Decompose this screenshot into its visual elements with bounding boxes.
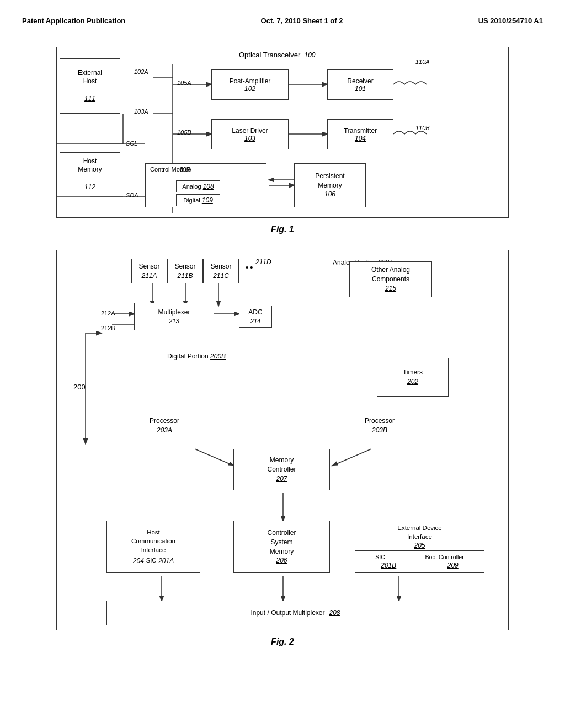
other-analog-box: Other Analog Components 215 [349, 261, 432, 297]
svg-line-24 [333, 449, 371, 465]
label-110A: 110A [415, 58, 430, 65]
fig2-container: Digital Portion 200B Analog Portion 200A… [56, 250, 509, 630]
multiplexer-box: Multiplexer 213 [134, 303, 214, 330]
post-amp-box: Post-Amplifier 102 [211, 69, 289, 100]
header-center: Oct. 7, 2010 Sheet 1 of 2 [261, 17, 343, 25]
fig2-caption: Fig. 2 [22, 637, 543, 647]
page-header: Patent Application Publication Oct. 7, 2… [22, 11, 543, 36]
analog-sub: Analog 108 [176, 180, 220, 192]
dashed-divider [90, 350, 498, 350]
sensor-211A-box: Sensor 211A [131, 259, 167, 283]
label-SDA: SDA [126, 192, 138, 199]
label-110B: 110B [415, 125, 430, 131]
ot-title: Optical Transceiver 100 [239, 51, 316, 59]
fig2-diagram: Digital Portion 200B Analog Portion 200A… [56, 250, 509, 630]
digital-sub: Digital 109 [176, 194, 220, 206]
io-mux-box: Input / Output Multiplexer 208 [106, 601, 484, 625]
label-105A: 105A [177, 79, 191, 86]
memory-ctrl-box: Memory Controller 207 [233, 449, 330, 490]
svg-line-23 [195, 449, 233, 465]
label-SCL: SCL [126, 140, 137, 147]
digital-portion-label: Digital Portion 200B [167, 352, 226, 360]
label-102A: 102A [134, 68, 148, 75]
fig1-caption: Fig. 1 [22, 224, 543, 234]
ctrl-module-box: Control Module 105 Analog 108 Digital 10… [145, 163, 266, 207]
host-mem-box: Host Memory 112 [60, 152, 120, 196]
header-left: Patent Application Publication [22, 17, 125, 25]
transmitter-box: Transmitter 104 [327, 119, 393, 149]
receiver-box: Receiver 101 [327, 69, 393, 100]
sensor-211B-box: Sensor 211B [167, 259, 203, 283]
fig2-lines [57, 250, 509, 631]
processor-203B-box: Processor 203B [344, 408, 415, 443]
label-103A: 103A [134, 108, 148, 115]
fig1-diagram: Optical Transceiver 100 External Host 11… [56, 47, 509, 218]
label-212B: 212B [101, 325, 115, 331]
laser-box: Laser Driver 103 [211, 119, 289, 149]
header-right: US 2010/254710 A1 [478, 17, 543, 25]
label-211D: 211D [255, 258, 271, 266]
adc-box: ADC 214 [239, 306, 272, 328]
label-212A: 212A [101, 310, 115, 317]
label-105B: 105B [177, 129, 191, 136]
label-211D-dots: •• [246, 263, 255, 272]
host-comm-box: Host Communication Interface 204 SIC 201… [106, 521, 200, 573]
ctrl-sys-mem-box: Controller System Memory 206 [233, 521, 330, 573]
page: Patent Application Publication Oct. 7, 2… [0, 0, 565, 728]
processor-203A-box: Processor 203A [129, 408, 200, 443]
persist-mem-box: Persistent Memory 106 [294, 163, 366, 207]
label-200: 200 [73, 383, 86, 391]
sensor-211C-box: Sensor 211C [203, 259, 239, 283]
ext-dev-box: External Device Interface 205 SIC Boot C… [355, 521, 484, 573]
fig1-container: Optical Transceiver 100 External Host 11… [56, 47, 509, 218]
ext-host-box: External Host 111 [60, 58, 120, 114]
timers-box: Timers 202 [377, 358, 449, 397]
